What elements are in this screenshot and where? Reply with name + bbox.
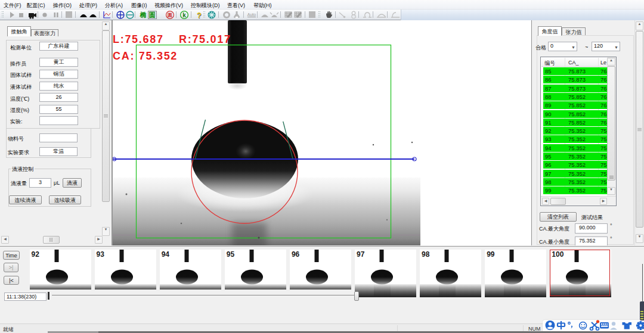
svg-text:L:75.687: L:75.687 [113,33,164,45]
svg-text:圆: 圆 [168,13,172,18]
svg-text:CA: 75.352: CA: 75.352 [113,50,178,62]
svg-text:R:75.017: R:75.017 [179,33,231,45]
svg-text:k: k [182,12,186,18]
